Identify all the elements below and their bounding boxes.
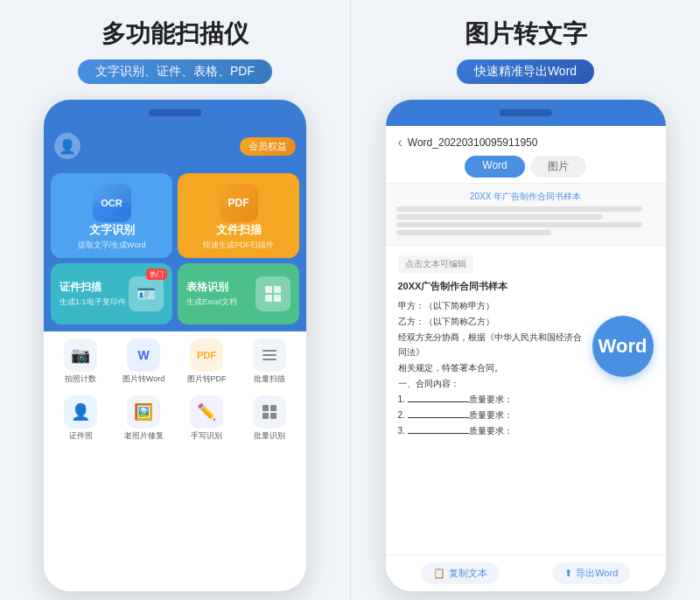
- right-subtitle: 快速精准导出Word: [457, 59, 594, 84]
- back-arrow-icon[interactable]: ‹: [398, 135, 402, 150]
- icon-id-photo[interactable]: 👤 证件照: [51, 395, 110, 442]
- icon-batch-scan[interactable]: 批量扫描: [240, 338, 299, 385]
- file-title: Word_20220310095911950: [408, 136, 538, 149]
- right-phone-top-bar: [386, 100, 666, 126]
- svg-rect-3: [274, 295, 281, 302]
- preview-line-1: [396, 206, 642, 212]
- doc-item-2: 2. 质量要求：: [398, 408, 584, 422]
- svg-rect-2: [265, 295, 272, 302]
- doc-preview: 20XX 年广告制作合同书样本: [386, 184, 666, 246]
- table-icon: [256, 276, 290, 311]
- left-panel: 多功能扫描仪 文字识别、证件、表格、PDF 👤 会员权益 OCR 文字识别 提取…: [0, 0, 350, 600]
- phone-top-bar: [44, 100, 306, 126]
- img-word-icon: W: [127, 338, 160, 372]
- batch-ocr-icon: [253, 395, 286, 429]
- word-badge: Word: [592, 316, 654, 377]
- app-header: 👤 会员权益: [44, 126, 306, 166]
- left-phone-mockup: 👤 会员权益 OCR 文字识别 提取文字/生成Word PDF 文件扫描 快速生…: [44, 100, 306, 591]
- icon-photo-count[interactable]: 📷 拍照计数: [51, 338, 110, 385]
- doc-item-1: 1. 质量要求：: [398, 392, 584, 407]
- batch-scan-icon: [253, 338, 286, 372]
- id-photo-icon: 👤: [64, 395, 97, 429]
- old-photo-label: 老照片修复: [124, 430, 164, 442]
- img-pdf-label: 图片转PDF: [187, 373, 227, 385]
- doc-preview-title: 20XX 年广告制作合同书样本: [396, 191, 655, 203]
- ocr-icon: OCR: [93, 184, 131, 222]
- icon-handwrite[interactable]: ✏️ 手写识别: [177, 395, 236, 442]
- table-subtitle: 生成Excel文档: [186, 297, 237, 308]
- left-subtitle: 文字识别、证件、表格、PDF: [78, 59, 272, 84]
- doc-item-3: 3. 质量要求：: [398, 423, 584, 438]
- hot-badge: 热门: [146, 269, 167, 280]
- right-phone-header: ‹ Word_20220310095911950 Word 图片: [386, 126, 666, 184]
- copy-text-button[interactable]: 📋 复制文本: [421, 562, 500, 584]
- bottom-icons-row2: 👤 证件照 🖼️ 老照片修复 ✏️ 手写识别: [44, 392, 306, 450]
- svg-rect-10: [270, 413, 276, 419]
- doc-line-5: 一、合同内容：: [398, 376, 584, 391]
- app-grid: OCR 文字识别 提取文字/生成Word PDF 文件扫描 快速生成PDF扫描件…: [44, 166, 306, 331]
- ocr-grid-item[interactable]: OCR 文字识别 提取文字/生成Word: [51, 173, 172, 258]
- img-pdf-icon: PDF: [190, 338, 223, 372]
- svg-rect-8: [270, 405, 276, 411]
- icon-batch-ocr[interactable]: 批量识别: [240, 395, 299, 442]
- handwrite-label: 手写识别: [191, 430, 222, 442]
- doc-line-2: 乙方：（以下简称乙方）: [398, 314, 584, 329]
- photo-count-icon: 📷: [64, 338, 97, 372]
- photo-count-label: 拍照计数: [65, 373, 96, 385]
- copy-label: 复制文本: [449, 567, 487, 580]
- idcard-title: 证件扫描: [60, 280, 126, 295]
- export-icon: ⬆: [564, 568, 572, 579]
- user-icon: 👤: [54, 133, 80, 159]
- preview-line-4: [396, 230, 552, 235]
- doc-line-1: 甲方：（以下简称甲方）: [398, 298, 584, 313]
- preview-line-2: [396, 214, 604, 220]
- right-panel: 图片转文字 快速精准导出Word ‹ Word_2022031009591195…: [350, 0, 700, 600]
- pdf-title: 文件扫描: [216, 222, 262, 238]
- icon-img-word[interactable]: W 图片转Word: [114, 338, 173, 385]
- doc-line-4: 相关规定，特签署本合同。: [398, 360, 584, 375]
- idcard-grid-item[interactable]: 证件扫描 生成1:1电子复印件 🪪 热门: [51, 263, 172, 324]
- right-title: 图片转文字: [465, 17, 587, 51]
- vip-badge[interactable]: 会员权益: [240, 137, 296, 156]
- ocr-title: 文字识别: [89, 222, 135, 238]
- idcard-subtitle: 生成1:1电子复印件: [60, 297, 126, 308]
- svg-rect-1: [274, 286, 281, 293]
- tab-word[interactable]: Word: [465, 156, 524, 178]
- right-phone-notch: [500, 109, 552, 116]
- icon-img-pdf[interactable]: PDF 图片转PDF: [177, 338, 236, 385]
- export-label: 导出Word: [576, 567, 618, 580]
- pdf-subtitle: 快速生成PDF扫描件: [203, 240, 274, 251]
- pdf-grid-item[interactable]: PDF 文件扫描 快速生成PDF扫描件: [178, 173, 299, 258]
- doc-main-title: 20XX广告制作合同书样本: [398, 278, 584, 295]
- handwrite-icon: ✏️: [190, 395, 223, 429]
- right-phone-mockup: ‹ Word_20220310095911950 Word 图片 20XX 年广…: [386, 100, 666, 591]
- svg-rect-6: [262, 359, 276, 360]
- svg-rect-5: [262, 354, 276, 356]
- doc-line-3: 经双方充分协商，根据《中华人民共和国经济合同法》: [398, 330, 584, 359]
- icon-old-photo[interactable]: 🖼️ 老照片修复: [114, 395, 173, 442]
- bottom-icons-row1: 📷 拍照计数 W 图片转Word PDF 图片转PDF 批量扫描: [44, 331, 306, 392]
- phone-notch: [149, 109, 201, 116]
- copy-icon: 📋: [433, 568, 445, 579]
- left-title: 多功能扫描仪: [102, 17, 248, 51]
- ocr-subtitle: 提取文字/生成Word: [78, 240, 146, 251]
- bottom-action-bar: 📋 复制文本 ⬆ 导出Word: [386, 555, 666, 591]
- pdf-icon: PDF: [220, 184, 258, 222]
- img-word-label: 图片转Word: [122, 373, 164, 385]
- export-word-button[interactable]: ⬆ 导出Word: [552, 562, 630, 584]
- old-photo-icon: 🖼️: [127, 395, 160, 429]
- svg-rect-7: [262, 405, 269, 411]
- id-photo-label: 证件照: [69, 430, 93, 442]
- svg-rect-4: [262, 350, 276, 352]
- svg-rect-0: [265, 286, 272, 293]
- edit-hint: 点击文本可编辑: [398, 255, 473, 273]
- tab-image[interactable]: 图片: [530, 156, 586, 178]
- table-grid-item[interactable]: 表格识别 生成Excel文档: [178, 263, 299, 324]
- batch-ocr-label: 批量识别: [254, 430, 285, 442]
- batch-scan-label: 批量扫描: [254, 373, 285, 385]
- edit-overlay: 点击文本可编辑 20XX广告制作合同书样本 甲方：（以下简称甲方） 乙方：（以下…: [386, 246, 666, 448]
- table-title: 表格识别: [186, 280, 237, 295]
- preview-line-3: [396, 222, 642, 227]
- idcard-icon: 🪪: [129, 276, 164, 311]
- idcard-text-group: 证件扫描 生成1:1电子复印件: [60, 280, 126, 308]
